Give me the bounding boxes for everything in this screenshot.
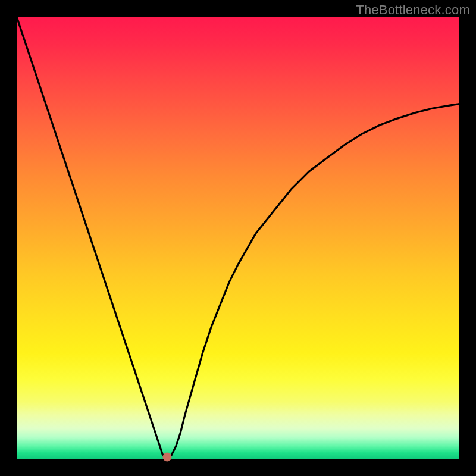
minimum-marker <box>163 453 171 461</box>
chart-svg <box>17 17 459 459</box>
bottleneck-curve <box>17 17 459 459</box>
watermark-text: TheBottleneck.com <box>356 2 470 18</box>
chart-plot-area <box>17 17 459 459</box>
chart-frame: TheBottleneck.com <box>0 0 476 476</box>
